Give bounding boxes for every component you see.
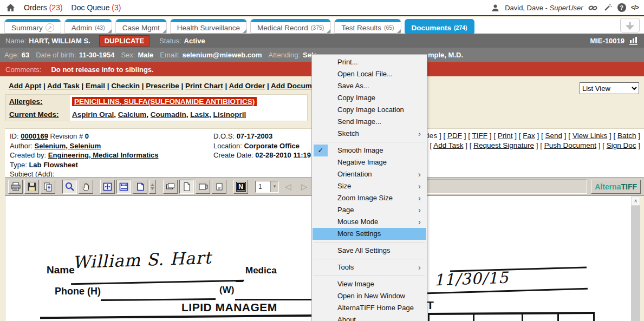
menu-item-alternatiff-home-page[interactable]: AlternaTIFF Home Page bbox=[313, 302, 426, 314]
action-link-add-task[interactable]: Add Task bbox=[47, 82, 80, 90]
action-link-checkin[interactable]: Checkin bbox=[111, 82, 140, 90]
negative-image-button[interactable]: N bbox=[233, 180, 248, 194]
chart-stats-icon[interactable] bbox=[629, 36, 639, 45]
tab-case-mgmt[interactable]: Case Mgmt bbox=[115, 19, 167, 34]
scan-phone-label: Phone (H) bbox=[55, 286, 101, 297]
external-arrow-icon[interactable]: ↗ bbox=[45, 23, 54, 32]
current-meds-list: Aspirin Oral, Calcium, Coumadin, Lasix, … bbox=[70, 109, 307, 120]
next-page-button[interactable]: ▷ bbox=[297, 180, 311, 194]
menu-item-zoom-image-size[interactable]: Zoom Image Size› bbox=[313, 192, 426, 204]
prev-page-button[interactable]: ◁ bbox=[281, 180, 295, 194]
link-icon[interactable] bbox=[588, 3, 598, 12]
doc-action-request-signature[interactable]: Request Signature bbox=[473, 141, 534, 149]
doc-id-link[interactable]: 0000169 bbox=[21, 132, 48, 140]
doc-action-tiff[interactable]: TIFF bbox=[472, 132, 487, 140]
user-role: SuperUser bbox=[550, 4, 583, 12]
doc-action-push-document[interactable]: Push Document bbox=[544, 141, 596, 149]
doc-author-link[interactable]: Selenium, Selenium bbox=[35, 142, 101, 150]
tab-medical-record[interactable]: Medical Record(375) bbox=[250, 19, 331, 34]
scroll-up-button[interactable]: ∧ bbox=[631, 196, 640, 206]
action-link-add-appt[interactable]: Add Appt bbox=[9, 82, 41, 90]
menu-item-open-in-new-window[interactable]: Open in New Window bbox=[313, 290, 426, 302]
menu-item-about[interactable]: About bbox=[313, 314, 426, 321]
menu-item-send-image[interactable]: Send Image... bbox=[313, 116, 426, 128]
doc-action-send[interactable]: Send bbox=[545, 132, 563, 140]
tab-documents[interactable]: Documents(274) bbox=[405, 19, 474, 34]
page-number-select[interactable]: 1▼ bbox=[255, 181, 279, 193]
menu-item-label: Open in New Window bbox=[337, 292, 405, 300]
med-link-lisinopril[interactable]: Lisinopril bbox=[213, 110, 246, 119]
zoom-tool-button[interactable] bbox=[62, 180, 77, 194]
action-link-add-order[interactable]: Add Order bbox=[229, 82, 265, 90]
med-link-calcium[interactable]: Calcium bbox=[118, 110, 147, 119]
copy-button[interactable] bbox=[41, 180, 55, 194]
home-icon[interactable] bbox=[5, 3, 15, 12]
fit-window-button[interactable] bbox=[100, 180, 115, 194]
tab-health-surveillance[interactable]: Health Surveillance bbox=[170, 19, 247, 34]
menu-item-size[interactable]: Size› bbox=[313, 180, 426, 192]
alternatiff-brand[interactable]: AlternaTIFF bbox=[591, 180, 641, 194]
page-note-button[interactable] bbox=[212, 180, 226, 194]
page-strip-button[interactable] bbox=[196, 180, 210, 194]
tab-admin[interactable]: Admin(43) bbox=[64, 19, 112, 34]
doc-create-date-label: Create Date: bbox=[213, 151, 253, 159]
menu-item-negative-image[interactable]: Negative Image bbox=[313, 156, 426, 168]
action-link-print-chart[interactable]: Print Chart bbox=[185, 82, 223, 90]
nav-doc-queue[interactable]: Doc Queue (3) bbox=[71, 3, 121, 12]
nav-orders[interactable]: Orders (23) bbox=[24, 3, 63, 12]
doc-action-print[interactable]: Print bbox=[498, 132, 513, 140]
menu-item-orientation[interactable]: Orientation› bbox=[313, 168, 426, 180]
wand-icon[interactable] bbox=[603, 3, 613, 12]
med-link-lasix[interactable]: Lasix bbox=[190, 110, 209, 119]
menu-item-more-settings[interactable]: More Settings bbox=[313, 228, 426, 240]
fit-width-button[interactable] bbox=[116, 180, 131, 194]
user-name[interactable]: David, Dave - SuperUser bbox=[505, 4, 583, 12]
doc-action-view-links[interactable]: View Links bbox=[573, 132, 607, 140]
menu-item-copy-image-location[interactable]: Copy Image Location bbox=[313, 104, 426, 116]
actual-size-button[interactable] bbox=[133, 180, 147, 194]
med-link-coumadin[interactable]: Coumadin bbox=[151, 110, 186, 119]
menu-item-mouse-mode[interactable]: Mouse Mode› bbox=[313, 216, 426, 228]
menu-item-tools[interactable]: Tools› bbox=[313, 261, 426, 273]
thumbnail-view-button[interactable] bbox=[163, 180, 178, 194]
menu-item-view-image[interactable]: View Image bbox=[313, 278, 426, 290]
doc-action-pdf[interactable]: PDF bbox=[447, 132, 462, 140]
doc-action-fax[interactable]: Fax bbox=[523, 132, 535, 140]
collapse-header-button[interactable] bbox=[620, 18, 640, 32]
action-link-email[interactable]: Email bbox=[86, 82, 105, 90]
allergies-label[interactable]: Allergies: bbox=[6, 95, 70, 108]
menu-item-sketch[interactable]: Sketch› bbox=[313, 128, 426, 140]
doc-action-sign-doc[interactable]: Sign Doc bbox=[607, 141, 636, 149]
menu-item-save-all-settings[interactable]: Save All Settings bbox=[313, 245, 426, 257]
view-mode-select[interactable]: List View bbox=[580, 82, 639, 94]
dropdown-arrow-icon[interactable]: ▼ bbox=[270, 181, 278, 192]
action-link-prescribe[interactable]: Prescribe bbox=[146, 82, 179, 90]
scan-name-label: Name bbox=[47, 264, 75, 276]
print-button[interactable] bbox=[8, 180, 23, 194]
pan-hand-button[interactable] bbox=[79, 180, 93, 194]
med-link-aspirin-oral[interactable]: Aspirin Oral bbox=[72, 110, 114, 119]
allergies-row: Allergies: PENICILLINS, SULFA(SULFONAMID… bbox=[6, 95, 307, 108]
current-meds-label[interactable]: Current Meds: bbox=[6, 108, 70, 121]
sex-label: Sex: bbox=[121, 51, 135, 59]
doc-action-add-task[interactable]: Add Task bbox=[433, 141, 463, 149]
menu-item-smooth-image[interactable]: ✓Smooth Image bbox=[313, 145, 426, 156]
menu-item-copy-image[interactable]: Copy Image bbox=[313, 92, 426, 104]
menu-item-print[interactable]: Print... bbox=[313, 56, 426, 68]
tab-summary[interactable]: Summary↗ bbox=[4, 19, 61, 34]
duplicate-badge[interactable]: DUPLICATE bbox=[99, 35, 149, 47]
doc-action-batch[interactable]: Batch bbox=[617, 132, 636, 140]
allergies-value[interactable]: PENICILLINS, SULFA(SULFONAMIDE ANTIBIOTI… bbox=[72, 97, 257, 106]
save-button[interactable] bbox=[24, 180, 39, 194]
menu-item-page[interactable]: Page› bbox=[313, 204, 426, 216]
size-spinner[interactable] bbox=[149, 180, 156, 194]
tab-test-results[interactable]: Test Results(65) bbox=[334, 19, 401, 34]
menu-item-save-as[interactable]: Save As... bbox=[313, 80, 426, 92]
doc-created-by-link[interactable]: Engineering, Medical Informatics bbox=[48, 151, 159, 159]
single-page-button[interactable] bbox=[179, 180, 194, 194]
viewer-scrollbar[interactable]: ∧ bbox=[631, 196, 640, 321]
menu-item-label: About bbox=[337, 316, 356, 321]
menu-item-open-local-file[interactable]: Open Local File... bbox=[313, 68, 426, 80]
help-icon[interactable]: ? bbox=[617, 3, 626, 12]
code-icon[interactable]: </> bbox=[631, 4, 639, 11]
